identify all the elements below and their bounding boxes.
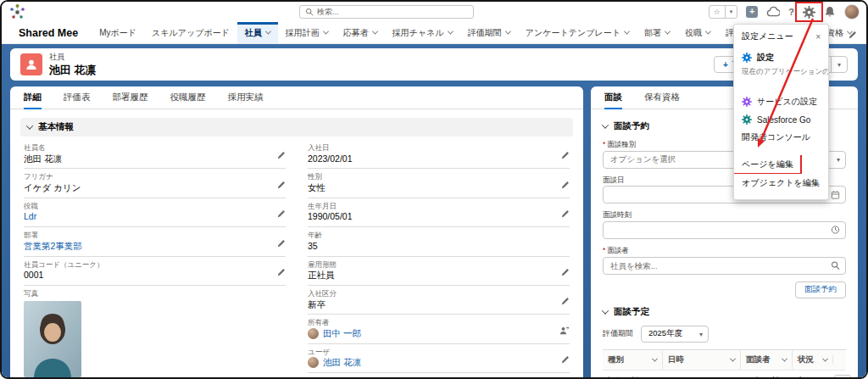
field-user: ユーザ 池田 花凛 [308, 344, 570, 373]
interview-time-input[interactable] [610, 226, 826, 235]
position-link[interactable]: Ldr [24, 211, 36, 221]
tab-eval-sheet[interactable]: 評価表 [64, 86, 91, 109]
nav-tab-position[interactable]: 役職 [677, 22, 718, 43]
tab-qualifications-held[interactable]: 保有資格 [644, 86, 680, 109]
edit-pencil-icon[interactable] [560, 148, 570, 164]
chevron-down-icon[interactable] [624, 29, 630, 35]
field-interviewer: *面談者 [603, 246, 846, 275]
edit-pencil-icon[interactable] [560, 353, 570, 368]
nav-tab-employee[interactable]: 社員 [237, 22, 278, 43]
gear-icon [742, 97, 752, 107]
menu-item-service-setup[interactable]: サービスの設定 [734, 92, 828, 111]
tab-position-history[interactable]: 役職履歴 [170, 86, 206, 109]
col-interviewer[interactable]: 面談者 [740, 350, 792, 370]
favorites-dropdown-icon[interactable]: ▾ [725, 6, 737, 18]
edit-pencil-icon[interactable] [276, 265, 286, 281]
edit-pencil-icon[interactable] [560, 178, 570, 193]
interview-time-input-box [603, 221, 846, 239]
nav-tab-skillupboard[interactable]: スキルアップボード [144, 22, 237, 43]
global-header: ☆ ▾ + ? [2, 2, 866, 22]
chevron-down-icon: ▾ [699, 330, 703, 337]
global-search[interactable] [299, 5, 474, 19]
chevron-down-icon[interactable] [265, 29, 271, 35]
setup-menu-title: 設定メニュー [742, 31, 793, 42]
owner-link[interactable]: 田中 一郎 [323, 328, 361, 338]
edit-nav-pencil-icon[interactable] [848, 28, 857, 43]
field-age: 年齢 35 [308, 227, 570, 256]
menu-item-salesforce-go[interactable]: Salesforce Go [734, 111, 828, 128]
chevron-down-icon[interactable] [665, 29, 670, 35]
tab-recruit-results[interactable]: 採用実績 [228, 86, 264, 109]
row-actions-button[interactable]: ▾ [834, 375, 851, 378]
table-header-row: 種別 日時 面談者 状況 [603, 350, 846, 371]
clock-icon[interactable] [831, 226, 840, 235]
nav-tab-survey-template[interactable]: アンケートテンプレート [518, 22, 637, 43]
chevron-down-icon [26, 122, 33, 129]
avatar [308, 357, 319, 368]
cloud-icon[interactable] [766, 5, 780, 19]
record-actions-dropdown-button[interactable]: ▾ [831, 56, 848, 73]
department-link[interactable]: 営業第2事業部 [24, 241, 82, 251]
nav-tab-department[interactable]: 部署 [637, 22, 677, 43]
tab-details[interactable]: 詳細 [24, 86, 42, 109]
edit-pencil-icon[interactable] [560, 265, 570, 281]
close-icon[interactable]: × [815, 32, 821, 42]
help-icon[interactable]: ? [788, 7, 794, 17]
edit-pencil-icon[interactable] [276, 148, 286, 164]
tab-interview[interactable]: 面談 [604, 86, 622, 109]
interviewer-search-input[interactable] [610, 261, 826, 270]
chevron-down-icon[interactable] [705, 29, 711, 35]
chevron-down-icon [782, 355, 787, 361]
menu-item-edit-page[interactable]: ページを編集 [734, 155, 828, 174]
col-datetime[interactable]: 日時 [662, 350, 740, 370]
chevron-down-icon[interactable] [505, 29, 511, 35]
nav-tab-recruit-channel[interactable]: 採用チャネル [385, 22, 460, 43]
employee-photo [24, 301, 81, 377]
menu-item-edit-object[interactable]: オブジェクトを編集 [734, 174, 828, 192]
field-gender: 性別 女性 [308, 169, 570, 198]
edit-pencil-icon[interactable] [276, 237, 286, 252]
app-name[interactable]: Shared Mee [19, 27, 78, 39]
nav-tab-myboard[interactable]: Myボード [92, 22, 144, 43]
calendar-icon[interactable] [831, 190, 840, 199]
nav-tab-eval-items[interactable]: 評価事項 [860, 22, 868, 43]
nav-tab-applicants[interactable]: 応募者 [336, 22, 385, 43]
menu-item-developer-console[interactable]: 開発者コンソール [734, 128, 828, 147]
global-actions-button[interactable]: + [746, 6, 758, 18]
edit-pencil-icon[interactable] [560, 294, 570, 309]
nav-tab-eval-period[interactable]: 評価期間 [460, 22, 518, 43]
setup-gear-button[interactable] [803, 6, 815, 19]
field-employee-name: 社員名 池田 花凛 [24, 140, 286, 169]
chevron-down-icon[interactable] [372, 29, 378, 35]
menu-item-setup[interactable]: 設定 [734, 48, 828, 67]
field-position: 役職 Ldr [24, 198, 286, 227]
star-icon[interactable]: ☆ [709, 6, 725, 18]
field-birth-date: 生年月日 1990/05/01 [308, 198, 570, 227]
favorites-button[interactable]: ☆ ▾ [709, 5, 738, 19]
interview-reserve-button[interactable]: 面談予約 [795, 281, 846, 298]
user-link[interactable]: 池田 花凛 [323, 357, 361, 367]
chevron-down-icon [602, 121, 609, 128]
search-input[interactable] [317, 8, 468, 16]
col-type[interactable]: 種別 [603, 350, 662, 370]
search-icon [305, 8, 314, 16]
change-owner-icon[interactable] [559, 324, 570, 339]
interviewer-lookup-box [603, 257, 846, 275]
section-interview-schedule[interactable]: 面談予定 [603, 306, 846, 318]
section-basic-info[interactable]: 基本情報 [20, 118, 573, 137]
col-status[interactable]: 状況 [792, 350, 832, 370]
app-window: ☆ ▾ + ? Shared Mee Myボード スキルアップボード 社員 採用… [0, 0, 868, 379]
nav-tab-recruit-plan[interactable]: 採用計画 [278, 22, 336, 43]
edit-pencil-icon[interactable] [276, 178, 286, 193]
eval-period-select[interactable]: 2025年度 ▾ [641, 326, 709, 343]
interview-schedule-table: 種別 日時 面談者 状況 評価面談 2025-04-01 00:00 田中 一郎… [603, 349, 846, 378]
edit-pencil-icon[interactable] [276, 207, 286, 222]
edit-pencil-icon[interactable] [560, 207, 570, 222]
user-avatar[interactable] [844, 4, 860, 20]
chevron-down-icon[interactable] [448, 29, 453, 35]
tab-dept-history[interactable]: 部署履歴 [113, 86, 148, 109]
notifications-bell-icon[interactable] [824, 6, 836, 18]
chevron-down-icon[interactable] [323, 29, 329, 35]
table-row: 評価面談 2025-04-01 00:00 田中 一郎 完了 ▾ [603, 371, 846, 378]
field-interview-time: 面談時刻 [603, 210, 846, 239]
